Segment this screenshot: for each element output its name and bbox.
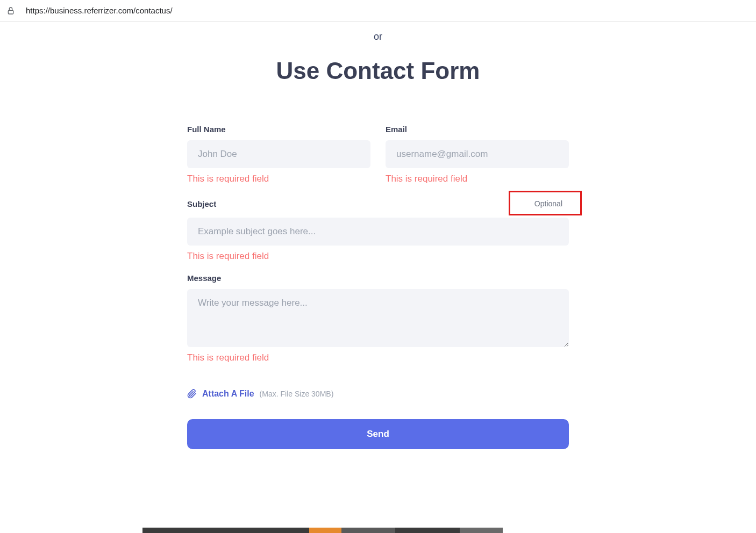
form-group-message: Message This is required field [187,273,569,363]
email-error: This is required field [386,174,569,184]
message-label: Message [187,273,569,283]
full-name-input[interactable] [187,140,370,168]
taskbar-segment [142,528,309,533]
send-button[interactable]: Send [187,419,569,449]
or-divider-text: or [374,31,382,42]
subject-input[interactable] [187,218,569,246]
page-content: or Use Contact Form Full Name This is re… [0,21,756,449]
message-error: This is required field [187,352,569,363]
svg-rect-0 [8,10,13,14]
subject-optional-badge: Optional [528,196,569,211]
form-group-subject: Subject Optional This is required field [187,196,569,262]
form-row-name-email: Full Name This is required field Email T… [187,125,569,184]
contact-form: Full Name This is required field Email T… [187,125,569,449]
subject-label-row: Subject Optional [187,196,569,211]
full-name-label: Full Name [187,125,370,134]
taskbar-segment [309,528,341,533]
taskbar-fragment [142,528,503,533]
page-title: Use Contact Form [276,57,480,84]
form-group-email: Email This is required field [386,125,569,184]
email-label: Email [386,125,569,134]
subject-label: Subject [187,199,216,208]
subject-error: This is required field [187,251,569,262]
form-group-full-name: Full Name This is required field [187,125,370,184]
attach-file-link[interactable]: Attach A File [202,389,254,399]
attach-file-hint: (Max. File Size 30MB) [260,390,334,398]
paperclip-icon [187,389,197,399]
taskbar-segment [460,528,503,533]
full-name-error: This is required field [187,174,370,184]
message-textarea[interactable] [187,289,569,347]
browser-address-bar: https://business.referrizer.com/contactu… [0,0,756,21]
attach-file-row: Attach A File (Max. File Size 30MB) [187,389,569,399]
taskbar-segment [395,528,460,533]
taskbar-segment [341,528,395,533]
url-text[interactable]: https://business.referrizer.com/contactu… [26,6,173,15]
lock-icon [6,6,15,15]
email-input[interactable] [386,140,569,168]
